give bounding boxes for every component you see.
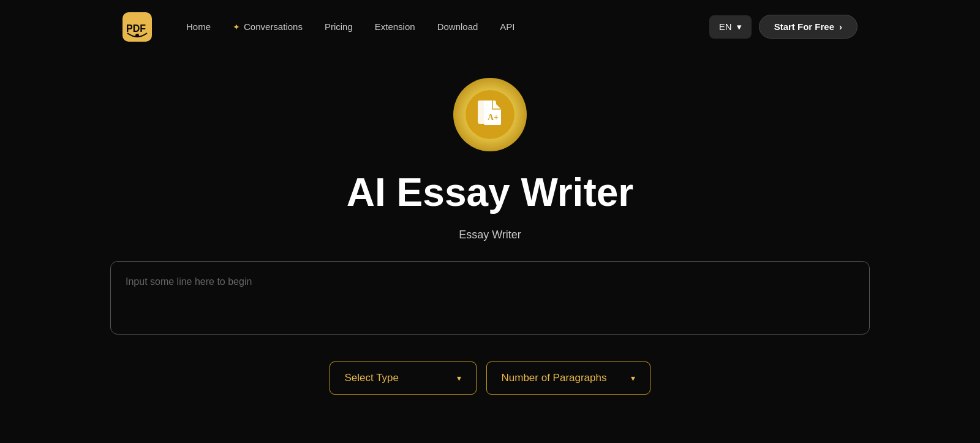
essay-input[interactable] — [110, 261, 870, 335]
nav-pricing[interactable]: Pricing — [315, 17, 363, 37]
nav-extension[interactable]: Extension — [365, 17, 425, 37]
language-selector[interactable]: EN ▾ — [709, 15, 752, 39]
chevron-down-icon: ▾ — [737, 21, 742, 32]
nav-download[interactable]: Download — [428, 17, 488, 37]
select-type-dropdown[interactable]: Select Type ▾ — [330, 362, 477, 395]
chevron-right-icon: › — [839, 21, 842, 32]
nav-right: EN ▾ Start For Free › — [709, 15, 858, 39]
nav-conversations[interactable]: ✦ Conversations — [223, 17, 312, 37]
logo[interactable]: PDF — [123, 12, 152, 42]
svg-point-2 — [135, 34, 139, 37]
chevron-down-icon: ▾ — [457, 373, 461, 383]
sparkle-icon: ✦ — [233, 22, 240, 32]
nav-home[interactable]: Home — [176, 17, 221, 37]
chevron-down-icon: ▾ — [631, 373, 635, 383]
nav-links: Home ✦ Conversations Pricing Extension D… — [176, 17, 685, 37]
dropdowns-row: Select Type ▾ Number of Paragraphs ▾ — [330, 362, 651, 395]
app-logo-inner-circle: A+ — [466, 90, 514, 139]
main-content: A+ AI Essay Writer Essay Writer Select T… — [0, 53, 980, 431]
number-of-paragraphs-dropdown[interactable]: Number of Paragraphs ▾ — [486, 362, 651, 395]
start-for-free-button[interactable]: Start For Free › — [759, 15, 858, 39]
svg-text:A+: A+ — [488, 113, 499, 122]
page-subtitle: Essay Writer — [459, 229, 521, 241]
app-logo-circle: A+ — [453, 78, 527, 151]
input-container — [110, 261, 870, 337]
nav-api[interactable]: API — [490, 17, 524, 37]
navbar: PDF Home ✦ Conversations Pricing Extensi… — [0, 0, 980, 53]
svg-text:PDF: PDF — [126, 23, 146, 34]
document-icon: A+ — [477, 99, 503, 130]
page-title: AI Essay Writer — [347, 171, 633, 214]
